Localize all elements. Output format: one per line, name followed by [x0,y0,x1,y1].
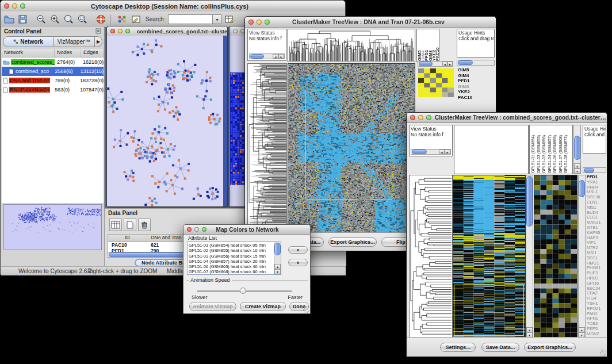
main-titlebar[interactable]: Cytoscape Desktop (Session Name: collins… [1,1,345,12]
export-graphics-button[interactable]: Export Graphics... [328,237,377,247]
scroll-up-arrow[interactable]: ▴ [274,264,281,269]
scrollbar-thumb[interactable] [250,54,264,59]
scrollbar-thumb[interactable] [526,176,533,227]
scroll-down-arrow[interactable]: ▾ [274,269,281,274]
new-attribute-icon[interactable] [124,219,136,231]
slider-thumb[interactable] [240,288,246,294]
zoom-button[interactable] [202,227,206,232]
global-heatmap[interactable] [453,175,526,338]
minimize-button[interactable] [257,20,262,25]
column-header-network[interactable]: Network [2,49,55,57]
attribute-item[interactable]: GPL51-07 (GSM868) heat shock 60 min [189,269,273,274]
column-dendrogram[interactable] [288,29,415,62]
table-edit-icon[interactable] [223,13,235,26]
open-folder-icon[interactable] [2,13,15,26]
move-down-button[interactable]: ∨ [288,259,308,266]
save-icon[interactable] [16,13,29,26]
zoom-fit-icon[interactable] [76,13,89,26]
tab-vizmapper[interactable]: VizMapper™ [53,36,95,47]
annotation-icon[interactable] [129,13,142,26]
attribute-item[interactable]: GPL51-01 (GSM854) heat shock 05 min [189,243,273,248]
attribute-listbox[interactable]: GPL51-01 (GSM854) heat shock 05 minGPL51… [187,242,281,275]
row-label[interactable]: YKE2 [458,89,494,95]
scroll-left-arrow[interactable]: ◂ [442,62,447,66]
delete-attribute-icon[interactable] [138,219,151,231]
vizmap-nodes-icon[interactable] [116,13,128,26]
close-button[interactable] [233,29,238,33]
row-dendrogram[interactable] [409,175,453,338]
treeview1-titlebar[interactable]: ClusterMaker TreeView : DNA and Tran 07-… [245,17,496,28]
tab-overflow-arrow[interactable]: ▶ [95,36,102,47]
column-header-edges[interactable]: Edges [81,49,104,57]
scroll-down-arrow[interactable]: ▾ [574,168,580,174]
attribute-item[interactable]: GPL51-06 (GSM865) heat shock 40 min [189,264,273,269]
scrollbar-thumb[interactable] [274,243,281,255]
mini-heatmap-scrollbar[interactable]: ◂ ▸ [418,61,453,67]
usage-hints-scrollbar[interactable] [583,167,606,173]
move-up-button[interactable]: ∧ [288,246,308,254]
network-view-canvas-1[interactable] [107,36,227,206]
network-row-combined-sco-selected[interactable]: combined_sco 2569(6) 13112(15) [2,67,104,76]
usage-hints-scrollbar[interactable] [457,60,495,66]
animation-speed-slider[interactable] [197,288,292,294]
zoom-button[interactable] [426,115,431,120]
minimize-button[interactable] [418,115,423,120]
network-row-dna-and-tran[interactable]: DNA and Tran 07 769(0) 183728(0) [2,76,104,85]
tab-network[interactable]: Network [3,36,53,47]
column-label[interactable]: GPL51-04 (GSM857) [548,126,553,173]
gene-list-vscrollbar[interactable]: ▴ ▾ [578,175,586,338]
network-window-1[interactable]: combined_scores_good.txt--cluste... [106,26,228,207]
column-label[interactable]: GPL51-01 (GSM854) [531,126,537,173]
column-label[interactable]: PAC10 [435,30,439,61]
column-label[interactable]: PFD1 [424,30,428,61]
row-label[interactable]: GIM5 [458,67,494,73]
scrollbar-thumb[interactable] [574,136,580,160]
column-label[interactable]: GPL51-07 (GSM868) [559,126,564,173]
row-label[interactable]: GIM4 [458,73,494,79]
column-label[interactable]: GPL51-03 (GSM856) [542,126,548,173]
scroll-right-arrow[interactable]: ▸ [447,62,453,66]
scroll-up-arrow[interactable]: ▴ [579,327,585,332]
search-dropdown-arrow[interactable]: ▼ [213,14,221,24]
settings-button[interactable]: Settings... [440,343,476,352]
close-button[interactable] [4,3,9,9]
scrollbar-thumb[interactable] [584,168,594,173]
minimize-button[interactable] [118,29,123,33]
column-dendrogram-empty[interactable] [454,125,529,174]
network-overview-thumbnail[interactable] [3,204,102,250]
resize-grip[interactable] [303,306,309,313]
column-header-nodes[interactable]: Nodes [55,49,81,57]
zoom-in-icon[interactable] [48,13,61,26]
row-label[interactable]: GIM3 [458,84,494,90]
column-label[interactable]: GPL51-06 (GSM865) [553,126,559,173]
right-panel-vscrollbar[interactable]: ▴ ▾ [573,125,581,174]
scrollbar-thumb[interactable] [412,150,427,154]
row-dendrogram[interactable] [247,63,287,242]
attribute-list-scrollbar[interactable]: ▴ ▾ [274,242,281,274]
float-panel-icon[interactable] [95,28,101,35]
minimize-button[interactable] [194,227,199,232]
zoom-out-icon[interactable] [35,13,47,26]
scroll-left-arrow[interactable]: ◂ [439,150,445,154]
gene-label[interactable]: MON2 [587,332,607,337]
attribute-table-icon[interactable] [109,219,122,231]
scroll-right-arrow[interactable]: ▸ [445,150,450,154]
scroll-right-arrow[interactable]: ▸ [278,54,284,59]
column-header-id[interactable]: ID [108,235,147,242]
scroll-up-arrow[interactable]: ▴ [574,163,580,168]
column-label[interactable]: GIM3 [429,30,432,61]
export-graphics-button[interactable]: Export Graphics... [524,343,576,352]
create-vizmap-button[interactable]: Create Vizmap [240,302,286,311]
column-label[interactable]: GPL51-08 (GSM872) [564,126,569,173]
search-input[interactable] [168,14,213,24]
heatmap-main[interactable] [288,63,415,242]
network-view-scrollbar[interactable] [223,36,227,206]
column-label[interactable]: GPL51-02 (GSM855) [537,126,542,173]
zoom-selected-icon[interactable] [62,13,75,26]
network-row-rnapubernov2[interactable]: RNAPuberNov2+ 563(0) 107847(0) [2,85,104,94]
attribute-item[interactable]: GPL51-02 (GSM855) heat shock 10 min [189,248,273,253]
scrollbar-thumb[interactable] [579,180,585,197]
zoom-heatmap[interactable] [534,175,577,338]
close-button[interactable] [248,20,254,25]
close-button[interactable] [410,115,415,120]
